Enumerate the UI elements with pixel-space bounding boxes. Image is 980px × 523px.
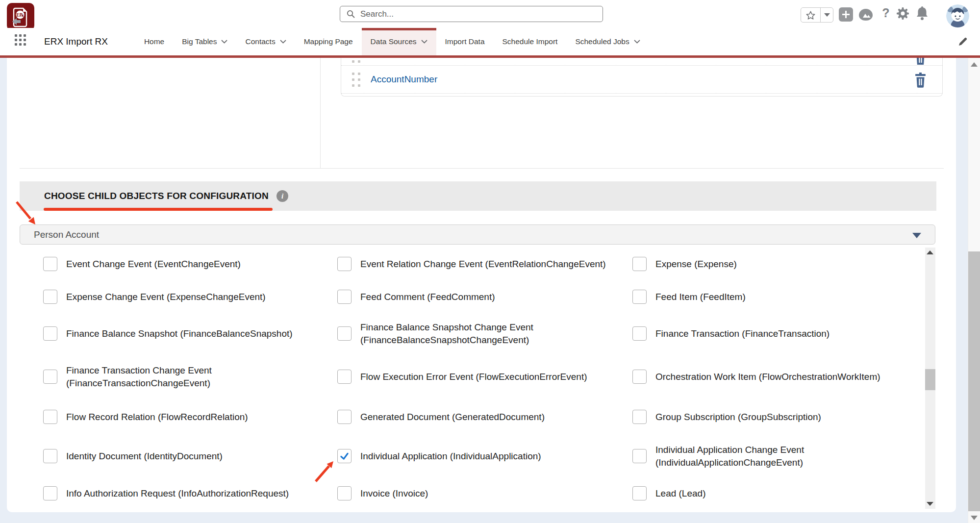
child-object-option: Feed Item (FeedItem): [609, 280, 911, 313]
tab-big-tables[interactable]: Big Tables: [173, 28, 236, 55]
checkbox-IdentityDocument[interactable]: [43, 449, 57, 463]
checkbox-EventRelationChangeEvent[interactable]: [337, 257, 352, 271]
help-icon[interactable]: ?: [879, 4, 892, 21]
field-name-link[interactable]: AccountNumber: [371, 74, 437, 85]
child-object-label: Invoice (Invoice): [360, 487, 428, 500]
child-object-option: Feed Comment (FeedComment): [314, 280, 609, 313]
global-header: E℞: [0, 0, 980, 28]
notifications-bell-icon[interactable]: [915, 6, 930, 22]
list-scrollbar-thumb[interactable]: [925, 369, 935, 390]
tab-data-sources[interactable]: Data Sources: [362, 28, 436, 55]
tab-schedule-import[interactable]: Schedule Import: [494, 28, 567, 55]
app-navigation-bar: ERX Import RX HomeBig TablesContactsMapp…: [0, 28, 980, 58]
object-display-name: Finance Balance Snapshot Change Event: [360, 322, 533, 332]
panel-divider: [320, 58, 321, 168]
checkbox-InfoAuthorizationRequest[interactable]: [43, 486, 57, 500]
checkbox-EventChangeEvent[interactable]: [43, 257, 57, 271]
child-object-label: Orchestration Work Item (FlowOrchestrati…: [655, 371, 880, 383]
scroll-up-arrow-icon[interactable]: [927, 250, 933, 254]
tab-label: Mapping Page: [304, 37, 353, 46]
tab-label: Home: [144, 37, 164, 46]
favorites-dropdown-button[interactable]: [821, 8, 833, 22]
object-api-name: (IndividualApplicationChangeEvent): [655, 457, 803, 468]
tab-import-data[interactable]: Import Data: [436, 28, 494, 55]
checkbox-FeedItem[interactable]: [632, 290, 647, 304]
checkbox-FeedComment[interactable]: [337, 290, 352, 304]
favorite-star-button[interactable]: [801, 8, 821, 22]
checkbox-IndividualApplicationChangeEvent[interactable]: [632, 449, 647, 463]
star-icon: [806, 11, 815, 20]
child-object-option: Individual Application Change Event(Indi…: [609, 434, 911, 478]
checkbox-FinanceBalanceSnapshotChangeEvent[interactable]: [337, 326, 352, 341]
tab-scheduled-jobs[interactable]: Scheduled Jobs: [566, 28, 649, 55]
child-object-option: Expense Change Event (ExpenseChangeEvent…: [20, 280, 314, 313]
checkbox-FlowExecutionErrorEvent[interactable]: [337, 370, 352, 384]
main-content-card: AccountNumber CHOOSE CHILD OBJECTS FOR C…: [7, 58, 956, 512]
object-display-name: Individual Application Change Event: [655, 445, 804, 455]
child-object-option: Finance Transaction Change Event(Finance…: [20, 354, 314, 399]
checkbox-Expense[interactable]: [632, 257, 647, 271]
child-object-label: Finance Transaction (FinanceTransaction): [655, 327, 829, 340]
child-object-option: Flow Record Relation (FlowRecordRelation…: [20, 399, 314, 434]
checkbox-IndividualApplication[interactable]: [337, 449, 352, 463]
object-display-name: Finance Transaction Change Event: [66, 365, 212, 375]
mapped-fields-card: AccountNumber: [341, 58, 943, 97]
chevron-down-icon: [421, 40, 427, 44]
drag-handle-icon[interactable]: [352, 58, 360, 63]
checkbox-ExpenseChangeEvent[interactable]: [43, 290, 57, 304]
setup-gear-icon[interactable]: [896, 6, 910, 21]
delete-field-trash-icon[interactable]: [915, 58, 926, 65]
checkbox-FinanceTransaction[interactable]: [632, 326, 647, 341]
child-object-label: Group Subscription (GroupSubscription): [655, 411, 821, 423]
delete-field-trash-icon[interactable]: [915, 73, 926, 88]
user-avatar[interactable]: [946, 4, 969, 27]
child-object-label: Flow Execution Error Event (FlowExecutio…: [360, 371, 587, 383]
checkbox-FinanceTransactionChangeEvent[interactable]: [43, 370, 57, 384]
tab-label: Data Sources: [371, 37, 417, 46]
child-object-label: Info Authorization Request (InfoAuthoriz…: [66, 487, 289, 500]
child-object-label: Generated Document (GeneratedDocument): [360, 411, 545, 423]
tab-label: Schedule Import: [503, 37, 558, 46]
chevron-down-icon: [824, 13, 830, 17]
child-object-label: Expense (Expense): [655, 258, 737, 271]
tab-contacts[interactable]: Contacts: [236, 28, 295, 55]
section-divider: [20, 168, 944, 169]
child-object-label: Event Change Event (EventChangeEvent): [66, 258, 241, 271]
child-object-option: Expense (Expense): [609, 248, 911, 280]
parent-object-dropdown[interactable]: Person Account: [20, 224, 935, 245]
tab-label: Contacts: [245, 37, 275, 46]
checkbox-FlowRecordRelation[interactable]: [43, 410, 57, 424]
page-scrollbar-thumb[interactable]: [968, 251, 980, 511]
checkbox-FlowOrchestrationWorkItem[interactable]: [632, 370, 647, 384]
tab-mapping-page[interactable]: Mapping Page: [295, 28, 362, 55]
info-icon[interactable]: i: [276, 190, 288, 202]
search-input[interactable]: [359, 9, 603, 20]
scroll-up-arrow-icon[interactable]: [971, 62, 978, 67]
scroll-down-arrow-icon[interactable]: [971, 516, 978, 520]
mapped-field-row-partial: [341, 58, 942, 66]
child-object-label: Feed Item (FeedItem): [655, 291, 746, 303]
app-logo-icon: E℞: [7, 3, 34, 30]
app-name: ERX Import RX: [44, 28, 108, 55]
global-actions-button[interactable]: [839, 7, 853, 22]
salesforce-app-page: E℞: [0, 0, 980, 523]
checkbox-Lead[interactable]: [632, 486, 647, 500]
app-launcher-waffle-icon[interactable]: [15, 34, 29, 49]
trailhead-help-icon[interactable]: [857, 8, 875, 22]
checkbox-GeneratedDocument[interactable]: [337, 410, 352, 424]
checkbox-GroupSubscription[interactable]: [632, 410, 647, 424]
tab-label: Big Tables: [182, 37, 217, 46]
scroll-down-arrow-icon[interactable]: [927, 502, 933, 506]
checkbox-FinanceBalanceSnapshot[interactable]: [43, 326, 57, 341]
object-api-name: (FinanceBalanceSnapshotChangeEvent): [360, 335, 529, 345]
child-object-option: Event Change Event (EventChangeEvent): [20, 248, 314, 280]
global-search: [340, 6, 603, 22]
tab-home[interactable]: Home: [135, 28, 173, 55]
edit-navigation-pencil-icon[interactable]: [958, 37, 968, 47]
checkbox-Invoice[interactable]: [337, 486, 352, 500]
selected-parent-object: Person Account: [34, 229, 99, 240]
drag-handle-icon[interactable]: [352, 73, 360, 87]
checkmark-icon: [339, 451, 350, 461]
child-object-label: Flow Record Relation (FlowRecordRelation…: [66, 411, 248, 423]
child-object-option: Invoice (Invoice): [314, 478, 609, 509]
